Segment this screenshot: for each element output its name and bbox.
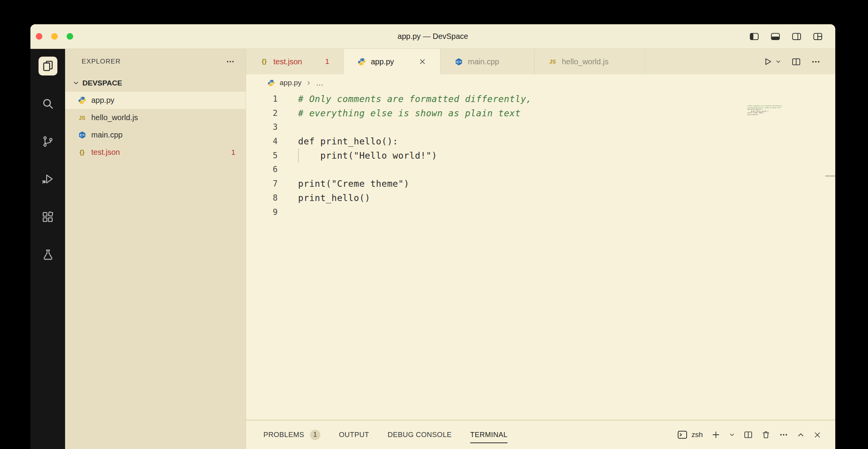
javascript-icon: JS <box>78 115 86 121</box>
zoom-window-button[interactable] <box>67 33 73 40</box>
chevron-down-icon <box>729 432 735 438</box>
line-number[interactable]: 9 <box>246 205 278 219</box>
code-line[interactable]: 1 # Only comments are formatted differen… <box>246 92 835 106</box>
split-editor-button[interactable] <box>791 57 801 67</box>
panel-tab-terminal[interactable]: TERMINAL <box>470 431 508 439</box>
tab-label: main.cpp <box>468 57 499 66</box>
line-number[interactable]: 6 <box>246 163 278 177</box>
code-line[interactable]: 7 print("Creme theme") <box>246 177 835 191</box>
code-line[interactable]: 9 <box>246 205 835 219</box>
sidebar-item-app-py[interactable]: app.py <box>65 92 246 109</box>
files-icon <box>42 60 54 72</box>
terminal-profile-dropdown[interactable] <box>729 432 735 438</box>
editor-actions <box>763 49 835 74</box>
code-text: # everything else is shown as plain text <box>298 106 521 121</box>
beaker-icon <box>42 248 54 261</box>
explorer-more-button[interactable] <box>226 57 235 66</box>
close-panel-button[interactable] <box>813 431 821 439</box>
panel-more-button[interactable] <box>779 430 788 439</box>
bottom-panel: PROBLEMS 1 OUTPUT DEBUG CONSOLE TERMINAL <box>246 420 835 449</box>
code-line[interactable]: 5 print("Hello world!") <box>246 149 835 163</box>
line-number[interactable]: 2 <box>246 106 278 121</box>
sidebar-item-hello-world-js[interactable]: JS hello_world.js <box>65 109 246 126</box>
file-label: main.cpp <box>91 131 122 139</box>
minimap[interactable]: # Only comments are formatted differentl… <box>747 105 790 116</box>
code-text: print("Creme theme") <box>298 177 409 191</box>
activity-item-extensions[interactable] <box>39 208 57 226</box>
activity-item-run-debug[interactable] <box>39 170 57 189</box>
activity-item-explorer[interactable] <box>39 57 57 75</box>
app-window: app.py — DevSpace EXPLORER <box>30 24 835 449</box>
close-tab-icon[interactable] <box>419 58 426 65</box>
panel-tab-output[interactable]: OUTPUT <box>339 431 369 439</box>
ellipsis-icon <box>779 430 788 439</box>
maximize-panel-button[interactable] <box>797 431 805 439</box>
line-number[interactable]: 5 <box>246 149 278 163</box>
tab-label: test.json <box>273 57 302 66</box>
activity-item-testing[interactable] <box>39 245 57 264</box>
editor-group: {} test.json 1 app.py main.cpp JS <box>246 49 835 449</box>
ellipsis-icon <box>226 57 235 66</box>
chevron-up-icon <box>797 431 805 439</box>
line-number[interactable]: 3 <box>246 120 278 134</box>
kill-terminal-button[interactable] <box>761 430 771 439</box>
file-label: test.json <box>91 148 120 157</box>
split-editor-icon <box>791 57 801 67</box>
file-label: app.py <box>91 96 114 105</box>
terminal-shell-button[interactable]: zsh <box>677 429 703 440</box>
extensions-icon <box>42 211 54 223</box>
activity-bar <box>30 49 65 449</box>
sidebar-item-main-cpp[interactable]: main.cpp <box>65 126 246 144</box>
tab-test-json[interactable]: {} test.json 1 <box>246 49 344 74</box>
titlebar-actions <box>749 31 823 42</box>
workspace-section-header[interactable]: DEVSPACE <box>65 74 246 92</box>
close-window-button[interactable] <box>36 33 42 40</box>
code-line[interactable]: 6 <box>246 163 835 177</box>
line-number[interactable]: 7 <box>246 177 278 191</box>
editor-more-button[interactable] <box>811 57 821 67</box>
toggle-panel-icon[interactable] <box>770 31 781 42</box>
panel-tab-debug-console[interactable]: DEBUG CONSOLE <box>387 431 452 439</box>
split-terminal-button[interactable] <box>744 430 753 439</box>
code-editor[interactable]: 1 # Only comments are formatted differen… <box>246 91 835 420</box>
python-icon <box>78 96 86 104</box>
workspace-name: DEVSPACE <box>82 79 122 87</box>
new-terminal-button[interactable] <box>711 430 721 439</box>
search-icon <box>42 97 54 110</box>
code-text: print_hello() <box>298 191 370 205</box>
tab-main-cpp[interactable]: main.cpp <box>441 49 535 74</box>
code-text: # Only comments are formatted differentl… <box>298 92 532 106</box>
chevron-right-icon <box>306 80 312 86</box>
breadcrumb-collapsed[interactable]: … <box>316 79 323 87</box>
modified-count-badge: 1 <box>325 57 329 66</box>
code-line[interactable]: 8 print_hello() <box>246 191 835 205</box>
line-number[interactable]: 8 <box>246 191 278 205</box>
minimize-window-button[interactable] <box>51 33 58 40</box>
error-count-badge: 1 <box>231 148 235 157</box>
code-line[interactable]: 2 # everything else is shown as plain te… <box>246 106 835 121</box>
chevron-down-icon[interactable] <box>775 59 781 65</box>
activity-item-source-control[interactable] <box>39 132 57 151</box>
scrollbar-mark[interactable] <box>825 175 835 177</box>
run-button[interactable] <box>763 57 781 66</box>
close-icon <box>813 431 821 439</box>
panel-tab-label: DEBUG CONSOLE <box>387 431 452 439</box>
toggle-left-sidebar-icon[interactable] <box>749 31 759 42</box>
customize-layout-icon[interactable] <box>813 31 823 42</box>
explorer-sidebar: EXPLORER DEVSPACE app.py JS hello_world.… <box>65 49 246 449</box>
sidebar-item-test-json[interactable]: {} test.json 1 <box>65 144 246 161</box>
line-number[interactable]: 1 <box>246 92 278 106</box>
panel-tab-problems[interactable]: PROBLEMS 1 <box>263 430 320 440</box>
toggle-right-sidebar-icon[interactable] <box>791 31 802 42</box>
panel-tab-label: OUTPUT <box>339 431 369 439</box>
tab-app-py[interactable]: app.py <box>344 49 441 74</box>
python-icon <box>267 79 275 87</box>
activity-item-search[interactable] <box>39 94 57 113</box>
breadcrumb-file[interactable]: app.py <box>280 79 302 87</box>
code-line[interactable]: 4 def print_hello(): <box>246 134 835 149</box>
line-number[interactable]: 4 <box>246 134 278 149</box>
code-line[interactable]: 3 <box>246 120 835 134</box>
cpp-icon <box>78 131 86 139</box>
desktop-background: app.py — DevSpace EXPLORER <box>0 0 868 449</box>
tab-hello-world-js[interactable]: JS hello_world.js <box>535 49 645 74</box>
